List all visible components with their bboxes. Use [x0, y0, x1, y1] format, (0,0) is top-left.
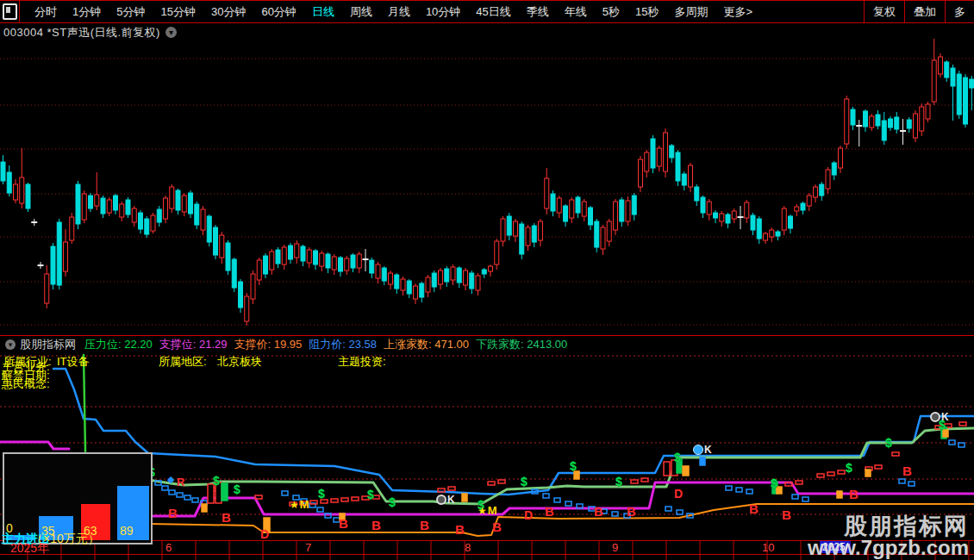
chevron-circle-icon[interactable]: ▾	[5, 339, 16, 350]
indicator-header-row: ▾ 股朋指标网 压力位: 22.20支撑位: 21.29支撑价: 19.95阻力…	[0, 337, 974, 352]
axis-month-7: 7	[305, 541, 311, 554]
toolbar-period-16[interactable]: 更多>	[716, 4, 761, 20]
toolbar-period-5[interactable]: 60分钟	[253, 4, 303, 20]
toolbar-period-13[interactable]: 5秒	[595, 4, 627, 20]
toolbar-period-12[interactable]: 年线	[557, 4, 595, 20]
main-force-legend-box: 0356389	[3, 452, 153, 544]
indicator-field-0: 压力位: 22.20	[84, 337, 153, 352]
toolbar-right-group: 复权叠加多	[864, 1, 974, 22]
toolbar-period-6[interactable]: 日线	[304, 4, 342, 20]
toolbar-right-1[interactable]: 叠加	[904, 1, 945, 22]
info-field-3: 北京板块	[217, 354, 262, 370]
axis-month-9: 9	[612, 541, 618, 554]
info-field-2: 所属地区:	[159, 354, 207, 370]
indicator-field-1: 支撑位: 21.29	[159, 337, 228, 352]
toolbar-period-7[interactable]: 周线	[342, 4, 380, 20]
symbol-title: 003004 *ST声迅(日线.前复权)	[0, 25, 160, 40]
toolbar-period-0[interactable]: 分时	[27, 4, 65, 20]
period-tabs: 分时1分钟5分钟15分钟30分钟60分钟日线周线月线10分钟45日线季线年线5秒…	[20, 4, 864, 20]
info-overlay-2: 惠民概念:	[2, 376, 50, 392]
toolbar-right-0[interactable]: 复权	[864, 1, 904, 22]
axis-month-6: 6	[165, 541, 172, 554]
indicator-field-2: 支撑价: 19.95	[234, 337, 303, 352]
legend-bar-label: 89	[120, 524, 134, 538]
multi-window-icon	[3, 3, 17, 20]
watermark: 股朋指标网 www.7gpzb.com	[808, 515, 969, 558]
symbol-bar[interactable]: 003004 *ST声迅(日线.前复权) ▾	[0, 23, 974, 41]
toolbar-period-9[interactable]: 10分钟	[418, 4, 468, 20]
toolbar-period-15[interactable]: 多周期	[667, 4, 716, 20]
watermark-brand: 股朋指标网	[808, 515, 969, 538]
chevron-down-circle-icon[interactable]: ▾	[165, 27, 177, 38]
toolbar-period-10[interactable]: 45日线	[468, 4, 518, 20]
toolbar-period-1[interactable]: 1分钟	[65, 4, 109, 20]
axis-year-label: 2025年	[10, 541, 49, 557]
app-window: 分时1分钟5分钟15分钟30分钟60分钟日线周线月线10分钟45日线季线年线5秒…	[0, 0, 974, 560]
indicator-field-4: 上涨家数: 471.00	[384, 337, 469, 352]
indicator-field-5: 下跌家数: 2413.00	[476, 337, 567, 352]
toolbar-period-14[interactable]: 15秒	[627, 4, 666, 20]
axis-month-8: 8	[465, 541, 471, 554]
watermark-url: www.7gpzb.com	[808, 538, 969, 558]
toolbar-period-4[interactable]: 30分钟	[203, 4, 253, 20]
toolbar-period-8[interactable]: 月线	[380, 4, 418, 20]
brand-label: 股朋指标网	[20, 337, 76, 352]
axis-month-10: 10	[762, 541, 774, 554]
toolbar-right-2[interactable]: 多	[945, 1, 974, 22]
indicator-field-3: 阻力价: 23.58	[309, 337, 377, 352]
toolbar-period-11[interactable]: 季线	[519, 4, 557, 20]
info-field-1: IT设备	[57, 354, 90, 370]
toolbar-period-2[interactable]: 5分钟	[109, 4, 153, 20]
info-field-4: 主题投资:	[338, 354, 386, 370]
stock-info-row: 所属行业:IT设备所属地区:北京板块主题投资:	[0, 354, 974, 367]
toolbar-period-3[interactable]: 15分钟	[153, 4, 203, 20]
layout-icon-cell[interactable]	[0, 1, 20, 22]
period-toolbar: 分时1分钟5分钟15分钟30分钟60分钟日线周线月线10分钟45日线季线年线5秒…	[0, 0, 974, 23]
